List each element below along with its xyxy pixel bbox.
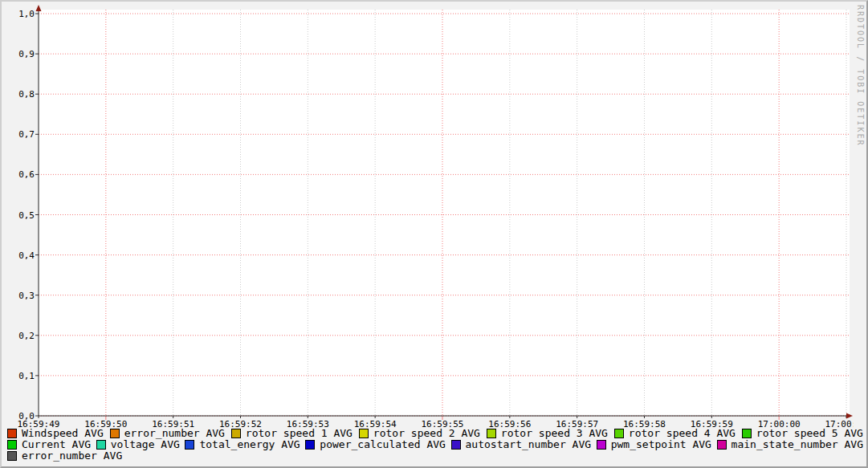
legend-row: Current AVGvoltage AVGtotal_energy AVGpo…: [7, 439, 863, 450]
legend-swatch: [451, 440, 461, 450]
legend-label: Windspeed AVG: [22, 428, 104, 439]
y-tick-label: 0,6: [18, 169, 35, 180]
rrdtool-graph-image: 0,00,10,20,30,40,50,60,70,80,91,016:59:4…: [0, 0, 868, 468]
legend-label: error_number AVG: [22, 450, 122, 462]
legend-label: power_calculated AVG: [320, 439, 446, 450]
legend-swatch: [110, 429, 120, 438]
legend-swatch: [717, 440, 727, 450]
legend-item: main_state_number AVG: [717, 439, 863, 450]
y-tick-label: 0,1: [18, 371, 35, 381]
legend-item: rotor speed 4 AVG: [614, 428, 736, 439]
legend-label: main_state_number AVG: [731, 439, 863, 450]
legend-item: voltage AVG: [96, 439, 180, 450]
y-tick-label: 0,3: [18, 291, 35, 301]
y-tick-label: 0,9: [18, 49, 35, 59]
legend-swatch: [487, 429, 496, 438]
y-tick-label: 1,0: [18, 9, 35, 19]
legend-label: Current AVG: [22, 439, 91, 450]
legend-row: error_number AVG: [7, 450, 863, 462]
legend-item: power_calculated AVG: [305, 439, 446, 450]
plot-canvas: [39, 10, 850, 416]
plot-svg: 0,00,10,20,30,40,50,60,70,80,91,016:59:4…: [2, 2, 854, 428]
legend-label: total_energy AVG: [199, 439, 300, 450]
legend-item: total_energy AVG: [185, 439, 300, 450]
legend-item: Current AVG: [7, 439, 91, 450]
legend-label: rotor speed 4 AVG: [629, 428, 736, 439]
legend-swatch: [359, 429, 369, 438]
legend-item: autostart_number AVG: [451, 439, 592, 450]
legend-label: autostart_number AVG: [466, 439, 592, 450]
legend-swatch: [7, 429, 17, 438]
legend-item: rotor speed 3 AVG: [487, 428, 608, 439]
legend-item: Windspeed AVG: [7, 428, 104, 439]
legend-item: rotor speed 5 AVG: [742, 428, 863, 439]
legend-swatch: [305, 440, 315, 450]
legend-swatch: [96, 440, 106, 450]
legend-label: pwm_setpoint AVG: [611, 439, 711, 450]
legend-label: rotor speed 5 AVG: [756, 428, 863, 439]
legend-row: Windspeed AVGerror_number AVGrotor speed…: [7, 428, 863, 439]
legend-item: error_number AVG: [110, 428, 225, 439]
legend-swatch: [7, 440, 17, 450]
watermark-text: RRDTOOL / TOBI OETIKER: [856, 5, 865, 146]
y-tick-label: 0,2: [18, 331, 35, 341]
legend-item: rotor speed 1 AVG: [231, 428, 352, 439]
legend-swatch: [7, 451, 17, 461]
legend: Windspeed AVGerror_number AVGrotor speed…: [2, 426, 866, 462]
legend-label: rotor speed 3 AVG: [501, 428, 608, 439]
y-axis-arrow: [36, 5, 42, 11]
y-tick-label: 0,7: [18, 129, 35, 140]
legend-label: rotor speed 1 AVG: [246, 428, 352, 439]
legend-swatch: [614, 429, 624, 438]
y-tick-label: 0,8: [18, 89, 35, 100]
legend-item: rotor speed 2 AVG: [359, 428, 480, 439]
legend-label: voltage AVG: [111, 439, 180, 450]
legend-label: error_number AVG: [124, 428, 225, 439]
y-tick-label: 0,4: [18, 250, 35, 261]
legend-swatch: [597, 440, 606, 450]
legend-item: error_number AVG: [7, 450, 122, 462]
legend-swatch: [185, 440, 194, 450]
legend-swatch: [742, 429, 752, 438]
y-tick-label: 0,5: [18, 210, 35, 221]
legend-label: rotor speed 2 AVG: [373, 428, 480, 439]
legend-item: pwm_setpoint AVG: [597, 439, 711, 450]
legend-swatch: [231, 429, 241, 438]
